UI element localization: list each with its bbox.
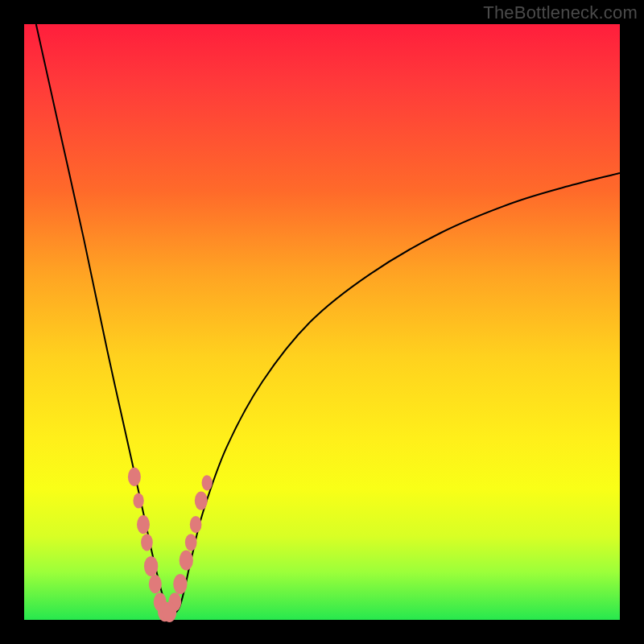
bead-left-4 — [144, 556, 158, 576]
plot-area — [24, 24, 620, 620]
bead-trough-1 — [163, 602, 176, 622]
bead-left-2 — [137, 515, 150, 534]
watermark-label: TheBottleneck.com — [483, 2, 638, 23]
beads-group — [128, 468, 213, 622]
curve-group — [36, 24, 620, 613]
bottleneck-curve — [36, 24, 620, 613]
bead-right-5 — [195, 491, 208, 510]
bead-right-1 — [173, 574, 187, 594]
chart-frame: TheBottleneck.com — [0, 0, 644, 644]
bead-left-0 — [128, 468, 141, 486]
bead-left-5 — [149, 575, 162, 593]
bead-right-4 — [190, 516, 202, 533]
bead-right-6 — [202, 475, 213, 490]
bead-right-3 — [185, 534, 197, 551]
bead-left-3 — [141, 534, 153, 551]
bottleneck-curve-svg — [24, 24, 620, 620]
bead-right-2 — [180, 550, 193, 570]
bead-left-1 — [133, 493, 143, 508]
